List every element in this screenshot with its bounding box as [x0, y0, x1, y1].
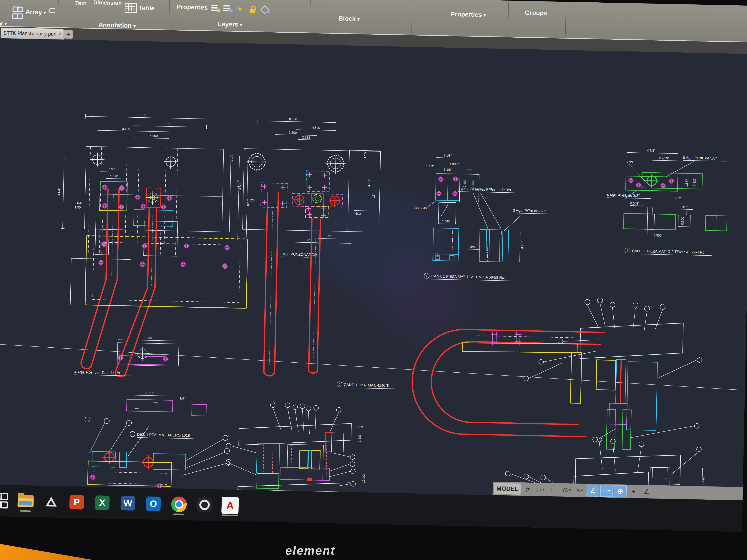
- table-button[interactable]: Table: [138, 4, 155, 12]
- autoscale-icon[interactable]: +: [628, 486, 640, 497]
- svg-text:0.39: 0.39: [357, 425, 363, 429]
- dimension-button[interactable]: Dimension: [93, 0, 122, 6]
- lock-icon[interactable]: [248, 5, 257, 14]
- panel-layers[interactable]: Layers ▾: [218, 20, 242, 28]
- view-left-die-shoe: [70, 235, 248, 308]
- model-space-button[interactable]: MODEL: [494, 483, 521, 495]
- svg-text:3 1/2": 3 1/2": [520, 241, 524, 249]
- excel-button[interactable]: X: [92, 492, 113, 513]
- new-tab-button[interactable]: +: [63, 30, 73, 39]
- array-button[interactable]: Array ▾: [25, 8, 46, 16]
- array-icon[interactable]: [12, 6, 21, 19]
- svg-text:4.500: 4.500: [150, 134, 158, 138]
- outlook-button[interactable]: O: [143, 494, 164, 514]
- model-space-canvas[interactable]: 15" 6" 8.500 4.500 3 1/4" 1 1/2" 4.500 1…: [0, 38, 747, 500]
- svg-text:1/2": 1/2": [466, 168, 471, 172]
- offset-icon[interactable]: ⊂: [48, 5, 56, 16]
- chevron-down-icon[interactable]: ▾: [581, 488, 583, 493]
- ribbon-separator: [411, 0, 413, 33]
- monitor-brand-logo: element: [285, 544, 335, 557]
- panel-modify[interactable]: ify ▾: [0, 20, 7, 27]
- grid-display-icon[interactable]: #: [522, 483, 534, 495]
- svg-text:18": 18": [247, 202, 250, 207]
- svg-text:CANT. 1 PZA. MAT. 4140 T.: CANT. 1 PZA. MAT. 4140 T.: [344, 382, 389, 388]
- svg-text:1.125: 1.125: [247, 198, 255, 202]
- table-icon[interactable]: [125, 3, 137, 13]
- drawing-tab-title: STTK Planchador y punzonador de tubo*: [3, 30, 56, 37]
- chevron-down-icon: ▾: [133, 24, 136, 28]
- drawing-tab[interactable]: STTK Planchador y punzonador de tubo* ×: [1, 28, 64, 39]
- panel-groups[interactable]: Groups: [525, 9, 547, 17]
- ribbon-separator: [508, 2, 509, 35]
- word-button[interactable]: W: [118, 493, 138, 513]
- svg-text:1/32": 1/32": [675, 196, 682, 200]
- chevron-down-icon[interactable]: ▾: [608, 488, 610, 494]
- text-button[interactable]: Text: [75, 0, 86, 6]
- svg-text:1.557: 1.557: [685, 179, 689, 187]
- chevron-down-icon: ▾: [4, 21, 7, 26]
- svg-text:1 5/8": 1 5/8": [110, 175, 118, 178]
- autocad-button[interactable]: A: [220, 495, 240, 516]
- layer-list-icon[interactable]: [211, 4, 221, 12]
- svg-text:3 1/4": 3 1/4": [57, 188, 61, 196]
- autodesk-app-button[interactable]: [41, 491, 61, 512]
- svg-text:6: 6: [339, 382, 340, 386]
- previous-tab-stub[interactable]: ×: [0, 28, 0, 37]
- ribbon-separator: [310, 0, 311, 31]
- svg-text:0.045": 0.045": [630, 202, 639, 205]
- object-snap-icon[interactable]: □▾: [600, 485, 613, 497]
- powerpoint-button[interactable]: P: [66, 492, 87, 513]
- svg-text:4 Agu. Avell. de 3/8": 4 Agu. Avell. de 3/8": [607, 193, 640, 197]
- isodraft-icon[interactable]: ×▾: [574, 485, 586, 496]
- match-properties-icon[interactable]: [260, 5, 269, 14]
- svg-text:3/8": 3/8": [682, 205, 688, 209]
- svg-text:2.188: 2.188: [302, 136, 310, 139]
- svg-text:15": 15": [141, 113, 146, 117]
- svg-text:5/8": 5/8": [470, 245, 476, 249]
- photo-of-monitor: ify ▾ Array ▾ ⊂ Text Dimension Annotatio…: [0, 0, 747, 560]
- annotation-visibility-icon[interactable]: ⊕: [614, 485, 627, 497]
- polar-tracking-icon[interactable]: ⊙▾: [561, 484, 573, 496]
- svg-text:0.500: 0.500: [681, 217, 685, 225]
- panel-properties[interactable]: Properties ▾: [450, 10, 486, 19]
- chrome-button[interactable]: [169, 494, 189, 515]
- svg-text:1.50: 1.50: [75, 206, 81, 209]
- annotation-scale-icon[interactable]: ∠: [641, 486, 653, 498]
- panel-block[interactable]: Block ▾: [338, 15, 360, 22]
- view-left-die-plan: 15" 6" 8.500 4.500 3 1/4" 1 1/2" 4.500 1…: [56, 111, 252, 258]
- svg-text:4 7/8": 4 7/8": [647, 149, 655, 153]
- close-icon[interactable]: ×: [58, 31, 61, 37]
- svg-text:3/4": 3/4": [180, 397, 185, 400]
- properties-tool-icons[interactable]: ☀: [211, 4, 272, 14]
- svg-text:1 1/4": 1 1/4": [426, 164, 434, 168]
- svg-text:DET. 1 PZA. MAT. ACERO 1018: DET. 1 PZA. MAT. ACERO 1018: [137, 432, 190, 437]
- svg-text:2.500: 2.500: [289, 131, 297, 134]
- svg-text:1 9/16": 1 9/16": [449, 162, 460, 166]
- svg-text:0.500: 0.500: [654, 234, 662, 237]
- view-green-plate-detail: 4 7/8" 2 7/16" 9 Agu. P/Tor. de 3/8" 2.3…: [606, 148, 728, 256]
- object-snap-tracking-icon[interactable]: ∠: [587, 484, 599, 497]
- view-bottom-left-assembly: [83, 417, 232, 490]
- svg-text:4 Agu. Ros. con Tap. de 1/8": 4 Agu. Ros. con Tap. de 1/8": [75, 370, 121, 375]
- layer-edit-icon[interactable]: [223, 4, 233, 13]
- svg-text:3 Agu. P/Tor de 3/8": 3 Agu. P/Tor de 3/8": [513, 208, 546, 213]
- chevron-down-icon: ▾: [484, 12, 486, 18]
- brightness-icon[interactable]: ☀: [235, 4, 245, 13]
- chevron-down-icon[interactable]: ▾: [569, 487, 571, 492]
- svg-text:1 1/4": 1 1/4": [74, 201, 82, 205]
- ortho-mode-icon[interactable]: ∟: [548, 484, 560, 496]
- chevron-down-icon[interactable]: ▾: [542, 487, 544, 492]
- chevron-down-icon: ▾: [357, 17, 360, 22]
- task-view-button[interactable]: [0, 490, 10, 511]
- screen-recorder-button[interactable]: [194, 495, 215, 515]
- svg-text:9 Agu. P/Tor. de 3/8": 9 Agu. P/Tor. de 3/8": [683, 156, 717, 160]
- svg-text:6": 6": [167, 123, 170, 126]
- svg-text:1 1/2": 1 1/2": [693, 178, 696, 186]
- snap-mode-icon[interactable]: ∷▾: [535, 484, 547, 495]
- file-explorer-button[interactable]: [15, 491, 36, 511]
- svg-text:5 1/4": 5 1/4": [106, 167, 115, 171]
- panel-annotation[interactable]: Annotation ▾: [98, 21, 136, 29]
- chevron-down-icon: ▾: [44, 10, 46, 15]
- view-bottom-middle-section: 6 CANT. 1 PZA. MAT. 4140 T.: [224, 379, 395, 493]
- svg-text:4: 4: [626, 249, 628, 252]
